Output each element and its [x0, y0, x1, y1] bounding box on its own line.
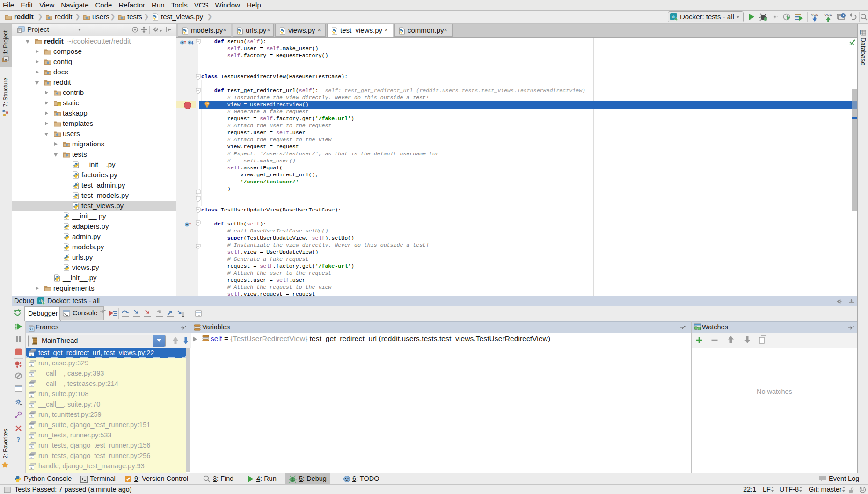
svg-text:?: ?: [17, 436, 21, 443]
svg-text:s: s: [31, 393, 33, 398]
svg-text:VCS: VCS: [824, 13, 832, 17]
svg-text:s: s: [31, 435, 33, 439]
svg-text:s: s: [31, 363, 33, 367]
svg-text:s: s: [31, 383, 33, 387]
svg-text:s: s: [31, 352, 33, 356]
svg-text:s: s: [31, 424, 33, 429]
svg-text:s: s: [31, 414, 33, 418]
svg-text:s: s: [31, 373, 33, 377]
svg-text:VCS: VCS: [811, 13, 818, 17]
svg-text:s: s: [31, 455, 33, 459]
svg-text:s: s: [31, 465, 33, 470]
svg-text:s: s: [31, 404, 33, 408]
svg-text:s: s: [31, 445, 33, 449]
